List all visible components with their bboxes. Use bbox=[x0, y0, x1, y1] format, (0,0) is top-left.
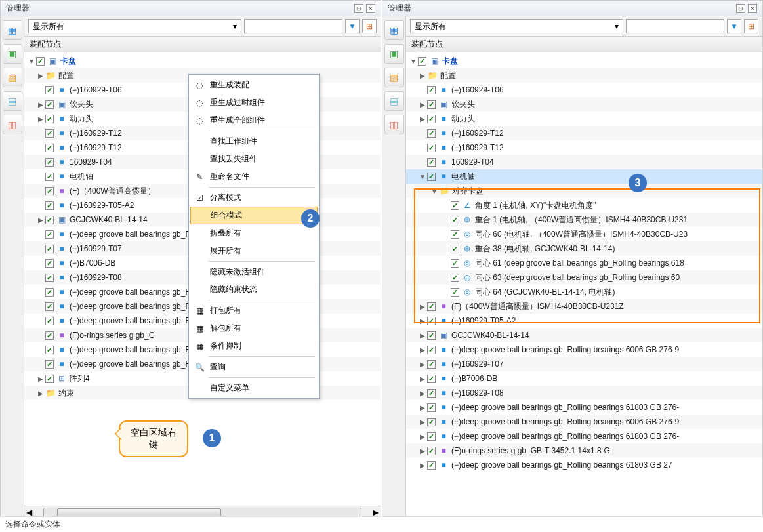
expand-icon[interactable]: ▶ bbox=[418, 462, 427, 469]
checkbox[interactable] bbox=[45, 129, 54, 138]
checkbox[interactable] bbox=[427, 173, 436, 181]
expand-icon[interactable]: ▼ bbox=[418, 173, 427, 180]
expand-icon[interactable]: ▼ bbox=[409, 58, 418, 65]
expand-icon[interactable]: ▶ bbox=[418, 72, 427, 79]
checkbox[interactable] bbox=[45, 201, 54, 210]
checkbox[interactable] bbox=[427, 375, 436, 383]
menu-item[interactable]: ◌重生成全部组件 bbox=[190, 112, 318, 129]
expand-icon[interactable]: ▶ bbox=[418, 390, 427, 397]
checkbox[interactable] bbox=[45, 86, 54, 94]
checkbox[interactable] bbox=[427, 418, 436, 426]
expand-icon[interactable]: ▶ bbox=[36, 375, 45, 382]
sidebar-btn-2[interactable]: ▣ bbox=[3, 44, 22, 64]
tree-row[interactable]: ▼■电机轴 bbox=[406, 169, 762, 184]
tree-row[interactable]: ▶■(−)160929-T07 bbox=[406, 357, 762, 371]
menu-item[interactable]: 展开所有 bbox=[190, 242, 318, 260]
scroll-right-icon[interactable]: ▶ bbox=[371, 508, 381, 517]
tree-row[interactable]: ■(−)160929-T12 bbox=[406, 126, 762, 140]
expand-icon[interactable]: ▼ bbox=[27, 58, 36, 65]
sidebar-btn-1[interactable]: ▦ bbox=[3, 20, 22, 40]
expand-icon[interactable]: ▶ bbox=[418, 404, 427, 411]
expand-icon[interactable]: ▶ bbox=[418, 447, 427, 455]
expand-icon[interactable]: ▶ bbox=[418, 419, 427, 426]
menu-item[interactable]: ▦解包所有 bbox=[190, 319, 318, 337]
menu-item[interactable]: ✎重命名文件 bbox=[190, 168, 318, 186]
expand-icon[interactable]: ▶ bbox=[418, 346, 427, 354]
expand-icon[interactable]: ▶ bbox=[418, 115, 427, 123]
menu-item[interactable]: ☑分离模式 bbox=[190, 189, 318, 207]
checkbox[interactable] bbox=[427, 129, 436, 138]
tree-row[interactable]: ▶■(−)B7006-DB bbox=[406, 371, 762, 386]
checkbox[interactable] bbox=[45, 302, 54, 311]
filter2-button[interactable]: ⊞ bbox=[744, 19, 758, 33]
checkbox[interactable] bbox=[45, 158, 54, 167]
close-button[interactable]: ✕ bbox=[366, 4, 375, 13]
checkbox[interactable] bbox=[45, 331, 54, 340]
tree-row[interactable]: ◎同心 64 (GCJCWK40-BL-14-14, 电机轴) bbox=[406, 285, 762, 299]
checkbox[interactable] bbox=[427, 389, 436, 398]
display-all-combo[interactable]: 显示所有 ▾ bbox=[28, 19, 241, 33]
right-tree[interactable]: ▼▣卡盘▶📁配置■(−)160929-T06▶▣软夹头▶■动力头■(−)1609… bbox=[406, 52, 762, 518]
checkbox[interactable] bbox=[427, 302, 436, 311]
close-button[interactable]: ✕ bbox=[748, 4, 757, 13]
checkbox[interactable] bbox=[451, 274, 459, 282]
checkbox[interactable] bbox=[451, 259, 459, 268]
expand-icon[interactable]: ▶ bbox=[36, 101, 45, 108]
menu-item[interactable]: 自定义菜单 bbox=[190, 379, 318, 397]
checkbox[interactable] bbox=[427, 115, 436, 123]
menu-item[interactable]: ◌重生成过时组件 bbox=[190, 94, 318, 112]
checkbox[interactable] bbox=[45, 346, 54, 354]
checkbox[interactable] bbox=[427, 461, 436, 470]
menu-item[interactable]: 折叠所有 bbox=[190, 224, 318, 242]
tree-row[interactable]: ▼▣卡盘 bbox=[24, 54, 381, 68]
expand-icon[interactable]: ▼ bbox=[430, 188, 439, 195]
checkbox[interactable] bbox=[451, 288, 459, 297]
sidebar-btn-3[interactable]: ▧ bbox=[384, 68, 404, 87]
checkbox[interactable] bbox=[45, 187, 54, 195]
checkbox[interactable] bbox=[36, 57, 45, 66]
checkbox[interactable] bbox=[451, 201, 459, 210]
menu-item[interactable]: 查找丢失组件 bbox=[190, 150, 318, 168]
tree-row[interactable]: ▶▣软夹头 bbox=[406, 97, 762, 112]
sidebar-btn-1[interactable]: ▦ bbox=[384, 20, 404, 40]
menu-item[interactable]: ▦条件抑制 bbox=[190, 337, 318, 355]
checkbox[interactable] bbox=[45, 100, 54, 109]
checkbox[interactable] bbox=[45, 375, 54, 383]
hscroll-thumb[interactable] bbox=[57, 508, 221, 516]
expand-icon[interactable]: ▶ bbox=[418, 303, 427, 310]
checkbox[interactable] bbox=[45, 216, 54, 224]
menu-item[interactable]: 隐藏约束状态 bbox=[190, 281, 318, 298]
sidebar-btn-4[interactable]: ▤ bbox=[3, 91, 22, 111]
checkbox[interactable] bbox=[451, 216, 459, 224]
checkbox[interactable] bbox=[427, 331, 436, 340]
display-all-combo[interactable]: 显示所有 ▾ bbox=[410, 19, 623, 33]
menu-item[interactable]: 🔍查询 bbox=[190, 358, 318, 376]
tree-row[interactable]: ▶■(F)（400W普通高惯量）ISMH4-40B30CB-U231Z bbox=[406, 299, 762, 314]
tree-row[interactable]: ■(−)160929-T12 bbox=[406, 140, 762, 155]
checkbox[interactable] bbox=[45, 144, 54, 152]
menu-item[interactable]: 查找工作组件 bbox=[190, 133, 318, 150]
checkbox[interactable] bbox=[427, 86, 436, 94]
checkbox[interactable] bbox=[45, 317, 54, 325]
tree-row[interactable]: ▶📁配置 bbox=[406, 68, 762, 83]
sidebar-btn-2[interactable]: ▣ bbox=[384, 44, 404, 64]
checkbox[interactable] bbox=[45, 115, 54, 123]
search-input[interactable] bbox=[626, 19, 724, 33]
checkbox[interactable] bbox=[427, 432, 436, 441]
minimize-button[interactable]: ⊟ bbox=[736, 4, 745, 13]
checkbox[interactable] bbox=[427, 346, 436, 354]
menu-item[interactable]: ◌重生成装配 bbox=[190, 76, 318, 94]
expand-icon[interactable]: ▶ bbox=[418, 433, 427, 440]
tree-row[interactable]: ▶■(−)deep groove ball bearings gb_Rollin… bbox=[406, 342, 762, 357]
tree-row[interactable]: ▶▣GCJCWK40-BL-14-14 bbox=[406, 328, 762, 342]
tree-row[interactable]: ▶■(−)160929-T05-A2 bbox=[406, 314, 762, 328]
checkbox[interactable] bbox=[45, 288, 54, 297]
checkbox[interactable] bbox=[45, 245, 54, 253]
expand-icon[interactable]: ▶ bbox=[418, 375, 427, 382]
checkbox[interactable] bbox=[427, 100, 436, 109]
filter-button[interactable]: ▼ bbox=[727, 19, 741, 33]
tree-row[interactable]: ∠角度 1 (电机轴, XY)"卡盘电机角度" bbox=[406, 198, 762, 213]
tree-row[interactable]: ▶■动力头 bbox=[406, 112, 762, 126]
tree-row[interactable]: ⊕重合 1 (电机轴, （400W普通高惯量）ISMH4-40B30CB-U23… bbox=[406, 213, 762, 227]
menu-item[interactable]: ▦打包所有 bbox=[190, 302, 318, 319]
